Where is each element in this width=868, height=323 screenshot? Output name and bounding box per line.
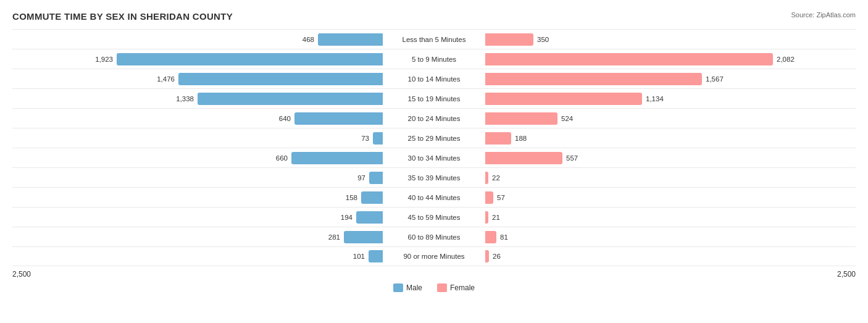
female-value: 1,567 — [706, 75, 728, 83]
legend-color — [393, 283, 403, 292]
legend-label: Female — [450, 283, 475, 292]
row-label: 10 to 14 Minutes — [383, 75, 485, 83]
male-value: 73 — [347, 135, 369, 142]
row-label: 35 to 39 Minutes — [383, 174, 485, 182]
table-row: 660 30 to 34 Minutes 557 — [12, 148, 856, 167]
male-value: 1,476 — [152, 75, 175, 83]
left-side: 97 — [12, 172, 383, 184]
legend-label: Male — [406, 283, 422, 292]
chart-title: COMMUTE TIME BY SEX IN SHERIDAN COUNTY — [12, 11, 856, 22]
male-bar — [178, 73, 383, 85]
axis-label-right: 2,500 — [837, 270, 856, 279]
source-text: Source: ZipAtlas.com — [791, 11, 856, 19]
right-side: 2,082 — [485, 53, 856, 65]
row-label: 15 to 19 Minutes — [383, 95, 485, 103]
right-side: 1,567 — [485, 73, 856, 85]
female-bar — [485, 93, 642, 105]
female-bar — [485, 152, 562, 164]
left-side: 1,338 — [12, 93, 383, 105]
male-value: 640 — [269, 115, 291, 122]
row-label: 5 to 9 Minutes — [383, 56, 485, 63]
male-value: 1,923 — [91, 56, 113, 63]
row-label: 25 to 29 Minutes — [383, 135, 485, 142]
female-value: 21 — [492, 214, 514, 221]
table-row: 158 40 to 44 Minutes 57 — [12, 187, 856, 207]
female-bar — [485, 172, 488, 184]
male-value: 194 — [330, 214, 353, 221]
left-side: 73 — [12, 132, 383, 145]
male-bar — [344, 231, 383, 243]
female-value: 524 — [561, 115, 583, 122]
female-bar — [485, 73, 702, 85]
female-bar — [485, 112, 557, 125]
female-bar — [485, 231, 496, 243]
right-side: 350 — [485, 33, 856, 46]
axis-row: 2,500 2,500 — [12, 270, 856, 279]
axis-label-left: 2,500 — [12, 270, 31, 279]
male-bar — [369, 250, 383, 262]
female-value: 22 — [492, 174, 514, 182]
table-row: 1,476 10 to 14 Minutes 1,567 — [12, 69, 856, 88]
male-value: 468 — [292, 36, 314, 43]
table-row: 194 45 to 59 Minutes 21 — [12, 207, 856, 227]
axis-right: 2,500 — [484, 270, 856, 279]
female-value: 57 — [497, 194, 519, 201]
male-value: 97 — [343, 174, 365, 182]
female-bar — [485, 33, 533, 46]
left-side: 640 — [12, 112, 383, 125]
table-row: 97 35 to 39 Minutes 22 — [12, 167, 856, 187]
right-side: 188 — [485, 132, 856, 145]
table-row: 101 90 or more Minutes 26 — [12, 246, 856, 266]
female-value: 26 — [493, 253, 515, 260]
male-bar — [361, 191, 383, 204]
male-value: 660 — [265, 154, 288, 162]
row-label: 90 or more Minutes — [383, 253, 485, 260]
right-side: 22 — [485, 172, 856, 184]
left-side: 1,476 — [12, 73, 383, 85]
legend: Male Female — [12, 283, 856, 292]
right-side: 21 — [485, 211, 856, 224]
male-bar — [198, 93, 383, 105]
female-bar — [485, 250, 489, 262]
female-bar — [485, 191, 493, 204]
male-bar — [356, 211, 383, 224]
female-bar — [485, 53, 773, 65]
right-side: 524 — [485, 112, 856, 125]
left-side: 281 — [12, 231, 383, 243]
right-side: 26 — [485, 250, 856, 262]
left-side: 1,923 — [12, 53, 383, 65]
chart-container: COMMUTE TIME BY SEX IN SHERIDAN COUNTY S… — [0, 0, 868, 317]
right-side: 81 — [485, 231, 856, 243]
row-label: 45 to 59 Minutes — [383, 214, 485, 221]
left-side: 468 — [12, 33, 383, 46]
female-value: 350 — [537, 36, 559, 43]
table-row: 640 20 to 24 Minutes 524 — [12, 108, 856, 128]
male-bar — [369, 172, 383, 184]
male-bar — [117, 53, 383, 65]
female-value: 188 — [515, 135, 537, 142]
female-bar — [485, 132, 511, 145]
male-bar — [294, 112, 383, 125]
table-row: 73 25 to 29 Minutes 188 — [12, 128, 856, 148]
right-side: 1,134 — [485, 93, 856, 105]
legend-color — [437, 283, 447, 292]
male-value: 1,338 — [172, 95, 194, 103]
row-label: 20 to 24 Minutes — [383, 115, 485, 122]
male-value: 281 — [318, 233, 340, 241]
male-bar — [373, 132, 383, 145]
table-row: 1,338 15 to 19 Minutes 1,134 — [12, 88, 856, 108]
legend-item: Female — [437, 283, 475, 292]
female-bar — [485, 211, 488, 224]
female-value: 2,082 — [777, 56, 799, 63]
male-bar — [318, 33, 383, 46]
right-side: 557 — [485, 152, 856, 164]
left-side: 158 — [12, 191, 383, 204]
male-value: 158 — [335, 194, 357, 201]
male-value: 101 — [343, 253, 365, 260]
rows-area: 468 Less than 5 Minutes 350 1,923 5 to 9… — [12, 29, 856, 266]
female-value: 557 — [566, 154, 588, 162]
male-bar — [291, 152, 383, 164]
right-side: 57 — [485, 191, 856, 204]
female-value: 81 — [500, 233, 522, 241]
left-side: 101 — [12, 250, 383, 262]
